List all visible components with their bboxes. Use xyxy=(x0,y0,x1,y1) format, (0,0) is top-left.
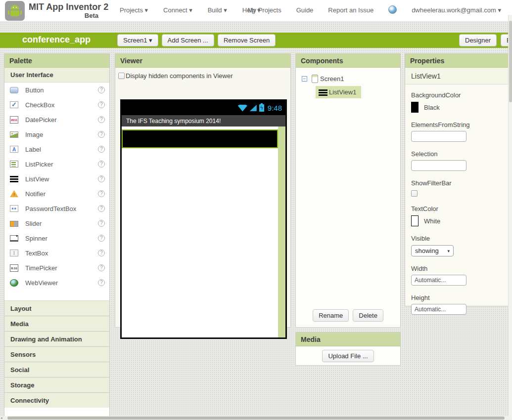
designer-blocks-switch: Designer Blocks xyxy=(459,34,512,46)
phone-title-bar: The IFS Teaching symposium 2014! xyxy=(122,115,285,126)
designer-button[interactable]: Designer xyxy=(459,34,497,46)
app-inventor-window: MIT App Inventor 2 Beta Projects ▾ Conne… xyxy=(0,0,512,420)
listpicker-icon xyxy=(10,161,18,168)
link-report-issue[interactable]: Report an Issue xyxy=(328,6,373,14)
palette-section-layout[interactable]: Layout xyxy=(4,300,109,316)
showfilterbar-checkbox[interactable] xyxy=(411,190,418,197)
signal-icon xyxy=(250,105,257,111)
palette-section-sensors[interactable]: Sensors xyxy=(4,346,109,362)
listview1-widget-selected[interactable] xyxy=(122,129,278,148)
help-icon[interactable]: ? xyxy=(98,264,105,271)
component-actions: Rename Delete xyxy=(296,309,400,322)
help-icon[interactable]: ? xyxy=(98,131,105,138)
help-icon[interactable]: ? xyxy=(98,220,105,227)
help-icon[interactable]: ? xyxy=(98,146,105,153)
tree-node-listview1-selected[interactable]: ListView1 xyxy=(316,86,361,98)
android-body xyxy=(10,10,19,16)
display-hidden-checkbox[interactable] xyxy=(118,73,125,79)
white-color-swatch[interactable] xyxy=(411,215,419,226)
palette-items: Button ? ✓ CheckBox ? 2011 DatePicker ? … xyxy=(4,83,109,290)
slider-icon xyxy=(10,221,18,227)
textcolor-label: TextColor xyxy=(411,205,502,212)
palette-section-user-interface[interactable]: User Interface xyxy=(4,68,109,83)
palette-item-listview[interactable]: ListView ? xyxy=(4,171,109,186)
language-globe-icon[interactable] xyxy=(388,5,397,14)
palette-item-button[interactable]: Button ? xyxy=(4,83,109,97)
palette-section-social[interactable]: Social xyxy=(4,362,109,377)
palette-item-label: Image xyxy=(25,131,98,138)
account-menu[interactable]: dwheelerau.work@gmail.com ▾ xyxy=(412,6,501,14)
backgroundcolor-value[interactable]: Black xyxy=(411,102,502,113)
android-head xyxy=(10,5,19,9)
project-name: conference_app xyxy=(22,35,91,45)
textcolor-value[interactable]: White xyxy=(411,215,502,226)
palette-item-notifier[interactable]: ! Notifier ? xyxy=(4,186,109,201)
palette-item-label[interactable]: A Label ? xyxy=(4,142,109,157)
vertical-scrollbar-thumb[interactable] xyxy=(509,21,512,102)
palette-section-storage[interactable]: Storage xyxy=(4,377,109,392)
link-guide[interactable]: Guide xyxy=(296,6,314,14)
elementsfromstring-input[interactable] xyxy=(411,131,466,142)
palette-section-drawing-animation[interactable]: Drawing and Animation xyxy=(4,331,109,346)
app-title: MIT App Inventor 2 xyxy=(29,2,105,12)
help-icon[interactable]: ? xyxy=(98,250,105,256)
help-icon[interactable]: ? xyxy=(98,175,105,182)
scroll-left-arrow-icon[interactable]: ◂ xyxy=(0,416,2,420)
palette-item-timepicker[interactable]: 8:10 TimePicker ? xyxy=(4,260,109,275)
selected-component-name: ListView1 xyxy=(405,68,508,84)
help-icon[interactable]: ? xyxy=(98,235,105,242)
palette-section-media[interactable]: Media xyxy=(4,316,109,331)
rename-button[interactable]: Rename xyxy=(313,309,349,322)
palette-item-label: Notifier xyxy=(25,190,98,198)
upload-file-button[interactable]: Upload File ... xyxy=(322,350,373,362)
delete-button[interactable]: Delete xyxy=(353,309,383,322)
palette-section-connectivity[interactable]: Connectivity xyxy=(4,392,109,408)
help-icon[interactable]: ? xyxy=(98,101,105,108)
properties-panel: Properties ListView1 BackgroundColor Bla… xyxy=(405,53,509,306)
width-input[interactable] xyxy=(411,275,466,286)
tree-node-screen1[interactable]: − Screen1 xyxy=(302,75,400,83)
collapse-icon[interactable]: − xyxy=(302,76,307,82)
label-icon: A xyxy=(10,146,18,153)
menu-projects[interactable]: Projects ▾ xyxy=(120,6,148,14)
menu-build[interactable]: Build ▾ xyxy=(208,6,227,14)
palette-title: Palette xyxy=(4,54,109,68)
palette-item-listpicker[interactable]: ListPicker ? xyxy=(4,157,109,171)
palette-item-slider[interactable]: Slider ? xyxy=(4,216,109,231)
visible-dropdown[interactable]: showing ▾ xyxy=(411,245,454,256)
help-icon[interactable]: ? xyxy=(98,116,105,123)
palette-item-passwordtextbox[interactable]: ** PasswordTextBox ? xyxy=(4,201,109,216)
screen-selector-button[interactable]: Screen1 ▾ xyxy=(117,34,158,46)
help-icon[interactable]: ? xyxy=(98,190,105,197)
remove-screen-button[interactable]: Remove Screen xyxy=(218,34,276,46)
vertical-scrollbar[interactable] xyxy=(508,15,512,417)
datepicker-icon: 2011 xyxy=(10,116,18,124)
help-icon[interactable]: ? xyxy=(98,161,105,168)
add-screen-button[interactable]: Add Screen ... xyxy=(162,34,214,46)
palette-item-textbox[interactable]: I TextBox ? xyxy=(4,246,109,260)
palette-item-checkbox[interactable]: ✓ CheckBox ? xyxy=(4,97,109,112)
screen-scrollbar-strip xyxy=(278,126,285,337)
selection-label: Selection xyxy=(411,150,502,158)
beta-label: Beta xyxy=(29,12,105,19)
height-label: Height xyxy=(411,294,502,301)
phone-screen[interactable] xyxy=(122,126,285,337)
battery-icon: ϟ xyxy=(259,104,264,112)
palette-item-image[interactable]: Image ? xyxy=(4,127,109,142)
link-my-projects[interactable]: My Projects xyxy=(248,6,281,14)
help-icon[interactable]: ? xyxy=(98,86,105,93)
black-color-swatch[interactable] xyxy=(411,102,419,113)
help-icon[interactable]: ? xyxy=(98,205,105,212)
button-icon xyxy=(10,87,18,93)
menu-connect[interactable]: Connect ▾ xyxy=(163,6,192,14)
horizontal-scrollbar-thumb[interactable] xyxy=(7,417,505,420)
selection-input[interactable] xyxy=(411,160,466,171)
help-icon[interactable]: ? xyxy=(98,279,105,286)
palette-item-spinner[interactable]: Spinner ? xyxy=(4,231,109,246)
horizontal-scrollbar[interactable]: ◂ xyxy=(0,416,512,420)
height-input[interactable] xyxy=(411,304,466,315)
palette-item-datepicker[interactable]: 2011 DatePicker ? xyxy=(4,112,109,127)
palette-item-webviewer[interactable]: WebViewer ? xyxy=(4,275,109,290)
elementsfromstring-label: ElementsFromString xyxy=(411,121,502,128)
image-icon xyxy=(10,131,18,138)
